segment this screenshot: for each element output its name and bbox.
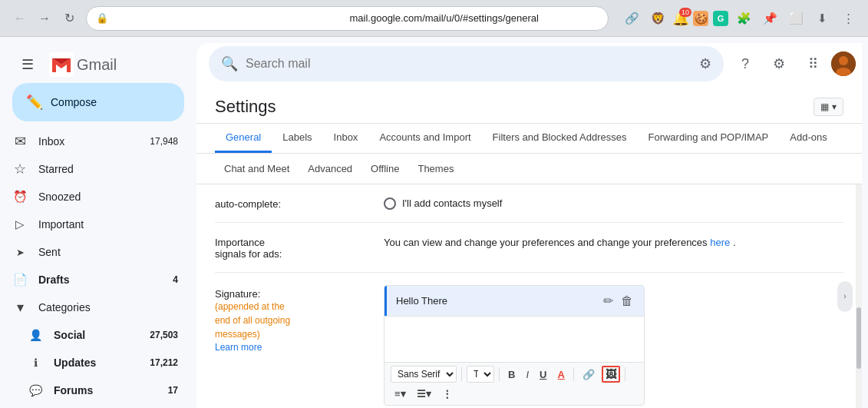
sidebar-item-starred[interactable]: ☆ Starred [0, 155, 190, 183]
sidebar-item-promotions[interactable]: 🏷 Promotions 9,487 [0, 404, 190, 408]
snoozed-icon: ⏰ [12, 190, 28, 204]
density-dropdown-icon: ▾ [832, 101, 837, 112]
search-bar[interactable]: 🔍 ⚙ [209, 46, 724, 81]
help-button[interactable]: ? [730, 48, 761, 79]
settings-title: Settings [215, 97, 276, 117]
social-label: Social [54, 329, 139, 341]
tab-labels[interactable]: Labels [272, 124, 322, 153]
toolbar-separator-1 [461, 367, 462, 381]
gmail-topbar: ☰ Gmail [0, 43, 196, 80]
inbox-count: 17,948 [150, 136, 178, 147]
tab-inbox[interactable]: Inbox [323, 124, 369, 153]
toolbar-separator-2 [499, 367, 500, 381]
importance-here-link[interactable]: here [710, 237, 730, 248]
sidebar-item-snoozed[interactable]: ⏰ Snoozed [0, 183, 190, 211]
search-filter-button[interactable]: ⚙ [699, 55, 711, 72]
sidebar: ☰ Gmail ✏️ Compose ✉ Inbox 17,948 [0, 37, 196, 408]
cookie-extension[interactable]: 🍪 [693, 11, 708, 26]
avatar[interactable] [831, 51, 856, 76]
signature-delete-button[interactable]: 🗑 [619, 292, 635, 310]
font-color-button[interactable]: A [553, 367, 568, 383]
signature-label-col: Signature: (appended at the end of all o… [215, 285, 368, 353]
share-button[interactable]: 🔗 [621, 8, 642, 29]
social-count: 27,503 [150, 330, 178, 340]
sidebar-item-forums[interactable]: 💬 Forums 17 [0, 376, 190, 404]
apps-button[interactable]: ⠿ [797, 48, 828, 79]
back-button[interactable]: ← [9, 8, 31, 29]
extensions-button[interactable]: 🧩 [733, 8, 754, 29]
search-input[interactable] [246, 57, 691, 71]
autocomplete-row: auto-complete: I'll add contacts myself [215, 184, 843, 223]
search-icon: 🔍 [221, 55, 238, 72]
tab-accounts[interactable]: Accounts and Import [368, 124, 481, 153]
sent-icon: ➤ [12, 247, 28, 258]
notification-count: 10 [679, 8, 691, 17]
downloads-button[interactable]: ⬇ [811, 8, 833, 29]
signature-row: Signature: (appended at the end of all o… [215, 273, 843, 408]
settings-subtabs: Chat and Meet Advanced Offline Themes [196, 154, 862, 184]
list-button[interactable]: ☰▾ [413, 386, 435, 402]
app-container: ☰ Gmail ✏️ Compose ✉ Inbox 17,948 [0, 37, 868, 408]
tab-addons[interactable]: Add-ons [779, 124, 837, 153]
scrollbar-thumb[interactable] [856, 307, 861, 369]
tab-forwarding[interactable]: Forwarding and POP/IMAP [637, 124, 779, 153]
puzzle-icon[interactable]: 📌 [759, 8, 781, 29]
signature-list: Hello There ✏ 🗑 [384, 286, 644, 316]
font-family-select[interactable]: Sans Serif [391, 366, 457, 383]
collapse-button[interactable]: › [837, 281, 853, 312]
autocomplete-option-text: I'll add contacts myself [402, 197, 502, 209]
sidebar-item-sent[interactable]: ➤ Sent [0, 238, 190, 266]
bold-button[interactable]: B [504, 367, 519, 383]
sidebar-item-categories[interactable]: ▾ Categories [0, 294, 190, 321]
sublabel-line2: end of all outgoing [215, 315, 290, 326]
subtab-themes[interactable]: Themes [408, 158, 463, 179]
signature-content-area[interactable] [384, 316, 644, 362]
updates-icon: ℹ [28, 357, 43, 369]
address-bar[interactable]: 🔒 mail.google.com/mail/u/0/#settings/gen… [86, 6, 609, 31]
sidebar-item-drafts[interactable]: 📄 Drafts 4 [0, 266, 190, 294]
tab-general[interactable]: General [215, 124, 272, 153]
hamburger-menu[interactable]: ☰ [12, 49, 43, 80]
tab-filters[interactable]: Filters and Blocked Addresses [482, 124, 638, 153]
italic-button[interactable]: I [522, 367, 533, 383]
signature-item[interactable]: Hello There ✏ 🗑 [384, 286, 644, 316]
density-button[interactable]: ▦ ▾ [814, 98, 843, 116]
grammarly-extension[interactable]: G [713, 11, 728, 26]
font-size-select[interactable]: TT [467, 366, 494, 383]
settings-header: Settings ▦ ▾ [196, 85, 862, 124]
density-icon: ▦ [820, 101, 829, 112]
subtab-chat[interactable]: Chat and Meet [215, 158, 299, 179]
signature-edit-button[interactable]: ✏ [602, 292, 615, 310]
gmail-logo-icon [49, 52, 74, 77]
browser-actions: 🔗 🦁 🔔 10 🍪 G 🧩 📌 ⬜ ⬇ ⋮ [621, 8, 859, 29]
inbox-label: Inbox [38, 135, 139, 148]
split-view-button[interactable]: ⬜ [785, 8, 807, 29]
sidebar-item-inbox[interactable]: ✉ Inbox 17,948 [0, 128, 190, 155]
snoozed-label: Snoozed [38, 191, 178, 203]
important-icon: ▷ [12, 217, 28, 231]
settings-button[interactable]: ⚙ [764, 48, 794, 79]
align-button[interactable]: ≡▾ [391, 386, 410, 402]
link-button[interactable]: 🔗 [579, 367, 599, 383]
insert-image-button[interactable]: 🖼 [602, 366, 620, 383]
underline-button[interactable]: U [536, 367, 550, 383]
importance-label: Importancesignals for ads: [215, 235, 368, 260]
main-content: 🔍 ⚙ ? ⚙ ⠿ Settings ▦ [196, 43, 862, 408]
reload-button[interactable]: ↻ [58, 8, 80, 29]
subtab-advanced[interactable]: Advanced [299, 158, 361, 179]
brave-icon[interactable]: 🦁 [647, 8, 668, 29]
forward-button[interactable]: → [34, 8, 55, 29]
learn-more-link[interactable]: Learn more [215, 342, 262, 353]
sidebar-item-social[interactable]: 👤 Social 27,503 [0, 321, 190, 349]
more-options-button[interactable]: ⋮ [438, 386, 456, 402]
toolbar-separator-3 [573, 367, 574, 381]
forums-count: 17 [168, 385, 178, 396]
subtab-offline[interactable]: Offline [361, 158, 408, 179]
radio-button[interactable] [384, 197, 396, 210]
menu-button[interactable]: ⋮ [837, 8, 859, 29]
compose-button[interactable]: ✏️ Compose [12, 83, 184, 121]
forums-label: Forums [54, 384, 157, 396]
collapse-icon: › [843, 292, 846, 300]
sidebar-item-updates[interactable]: ℹ Updates 17,212 [0, 349, 190, 376]
sidebar-item-important[interactable]: ▷ Important [0, 211, 190, 238]
